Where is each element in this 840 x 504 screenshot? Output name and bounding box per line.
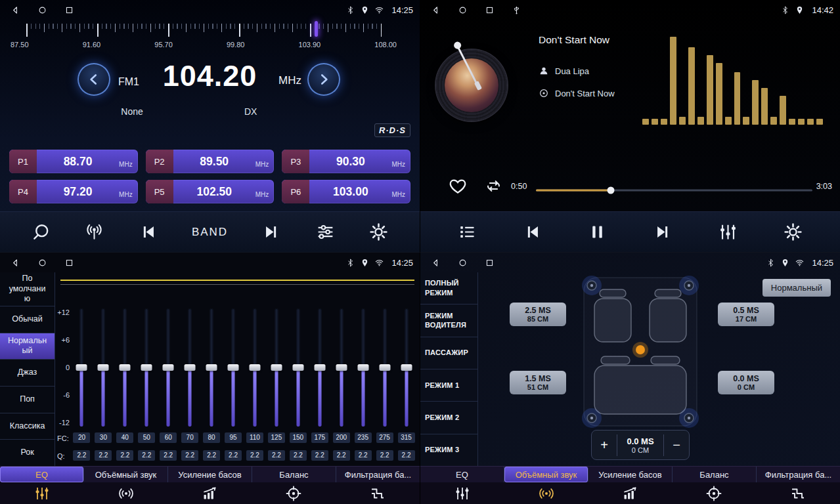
recents-icon[interactable]	[485, 258, 495, 268]
home-icon[interactable]	[458, 258, 468, 268]
preset-button[interactable]: P3 90.30 MHz	[282, 150, 410, 173]
audio-tab[interactable]: Фильтрация ба...	[336, 467, 420, 482]
gain-slider[interactable]	[336, 308, 347, 427]
previous-icon[interactable]	[523, 222, 542, 242]
home-icon[interactable]	[37, 5, 47, 15]
bass-tab-icon[interactable]	[168, 486, 252, 501]
gain-slider[interactable]	[119, 308, 131, 427]
surround-tab-icon[interactable]	[504, 486, 588, 501]
delay-rear-left-button[interactable]: 1.5 MS 51 CM	[510, 371, 566, 394]
audio-tab[interactable]: Объёмный звук	[84, 467, 168, 482]
eq-tab-icon[interactable]	[0, 486, 84, 501]
eq-preset-item[interactable]: Обычай	[0, 306, 55, 333]
home-icon[interactable]	[458, 5, 468, 15]
equalizer-icon[interactable]	[316, 222, 335, 242]
slider-handle[interactable]	[206, 364, 217, 371]
settings-gear-icon[interactable]	[369, 222, 388, 242]
seek-bar[interactable]	[536, 186, 812, 195]
back-icon[interactable]	[11, 5, 20, 15]
audio-tab[interactable]: Усиление басов	[168, 467, 252, 482]
gain-slider[interactable]	[292, 308, 304, 427]
decrease-button[interactable]: −	[664, 438, 689, 453]
preset-button[interactable]: P6 103.00 MHz	[282, 180, 410, 203]
gain-slider[interactable]	[206, 308, 217, 427]
delay-front-right-button[interactable]: 0.5 MS 17 CM	[718, 303, 774, 326]
mixer-icon[interactable]	[718, 222, 738, 242]
filter-tab-icon[interactable]	[756, 486, 840, 501]
surround-preset-button[interactable]: Нормальный	[763, 279, 831, 297]
slider-handle[interactable]	[185, 364, 196, 371]
slider-handle[interactable]	[228, 364, 239, 371]
back-icon[interactable]	[11, 258, 20, 268]
preset-button[interactable]: P2 89.50 MHz	[146, 150, 275, 173]
favorite-icon[interactable]	[448, 176, 468, 196]
field-mode-item[interactable]: РЕЖИМ ВОДИТЕЛЯ	[420, 304, 477, 337]
audio-tab[interactable]: EQ	[0, 467, 84, 482]
balance-tab-icon[interactable]	[672, 486, 756, 501]
field-mode-item[interactable]: РЕЖИМ 1	[420, 369, 477, 402]
eq-tab-icon[interactable]	[420, 486, 504, 501]
delay-rear-right-button[interactable]: 0.0 MS 0 CM	[718, 371, 774, 394]
audio-tab[interactable]: Объёмный звук	[504, 467, 588, 482]
gain-slider[interactable]	[271, 308, 282, 427]
playlist-icon[interactable]	[458, 222, 477, 242]
field-mode-item[interactable]: ПАССАЖИР	[420, 337, 477, 369]
slider-handle[interactable]	[314, 364, 325, 371]
gain-slider[interactable]	[76, 308, 87, 427]
eq-preset-item[interactable]: Классика	[0, 413, 55, 440]
slider-handle[interactable]	[401, 364, 412, 371]
preset-button[interactable]: P1 88.70 MHz	[9, 150, 138, 173]
bass-tab-icon[interactable]	[588, 486, 673, 501]
audio-tab[interactable]: EQ	[420, 467, 504, 482]
repeat-icon[interactable]	[485, 177, 502, 195]
gain-slider[interactable]	[227, 308, 239, 427]
gain-slider[interactable]	[379, 308, 391, 427]
eq-preset-item[interactable]: Джаз	[0, 360, 55, 387]
gain-slider[interactable]	[249, 308, 261, 427]
gain-slider[interactable]	[97, 308, 109, 427]
preset-button[interactable]: P4 97.20 MHz	[9, 180, 138, 203]
scan-icon[interactable]	[32, 222, 51, 242]
band-button[interactable]: BAND	[192, 226, 228, 239]
back-icon[interactable]	[431, 258, 441, 268]
gain-slider[interactable]	[357, 308, 369, 427]
next-icon[interactable]	[262, 222, 281, 242]
audio-tab[interactable]: Баланс	[252, 467, 336, 482]
slider-handle[interactable]	[336, 364, 347, 371]
audio-tab[interactable]: Фильтрация ба...	[757, 467, 840, 482]
settings-gear-icon[interactable]	[784, 222, 803, 242]
recents-icon[interactable]	[64, 5, 74, 15]
gain-slider[interactable]	[141, 308, 152, 427]
previous-icon[interactable]	[139, 222, 158, 242]
slider-handle[interactable]	[379, 364, 390, 371]
home-icon[interactable]	[37, 258, 47, 268]
slider-handle[interactable]	[76, 364, 87, 371]
surround-tab-icon[interactable]	[84, 486, 168, 501]
broadcast-icon[interactable]	[85, 222, 104, 242]
field-mode-item[interactable]: РЕЖИМ 2	[420, 402, 477, 434]
gain-slider[interactable]	[401, 308, 412, 427]
eq-preset-item[interactable]: Поп	[0, 387, 55, 413]
pause-icon[interactable]	[588, 222, 607, 242]
frequency-pointer[interactable]	[315, 21, 318, 37]
slider-handle[interactable]	[141, 364, 152, 371]
eq-preset-item[interactable]: Нормальный	[0, 333, 55, 360]
eq-preset-item[interactable]: По умолчанию	[0, 272, 55, 306]
frequency-ruler[interactable]	[26, 24, 382, 38]
eq-preset-item[interactable]: Рок	[0, 440, 55, 466]
field-mode-item[interactable]: ПОЛНЫЙ РЕЖИМ	[420, 272, 477, 304]
seek-thumb[interactable]	[607, 187, 614, 194]
recents-icon[interactable]	[64, 258, 74, 268]
gain-slider[interactable]	[162, 308, 174, 427]
delay-front-left-button[interactable]: 2.5 MS 85 CM	[510, 303, 566, 326]
slider-handle[interactable]	[98, 364, 109, 371]
next-icon[interactable]	[653, 222, 673, 242]
gain-slider[interactable]	[184, 308, 196, 427]
slider-handle[interactable]	[357, 364, 368, 371]
slider-handle[interactable]	[292, 364, 303, 371]
tune-up-button[interactable]	[307, 63, 340, 96]
back-icon[interactable]	[431, 5, 441, 15]
audio-tab[interactable]: Баланс	[673, 467, 757, 482]
balance-tab-icon[interactable]	[252, 486, 336, 501]
field-mode-item[interactable]: РЕЖИМ 3	[420, 434, 477, 466]
